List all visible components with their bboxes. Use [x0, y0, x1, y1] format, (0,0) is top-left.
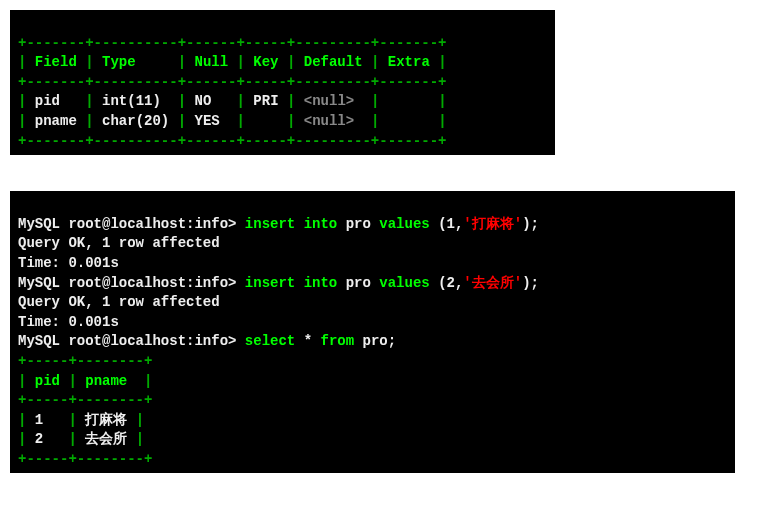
query-ok: Query OK, 1 row affected — [18, 235, 220, 251]
prompt: MySQL root@localhost:info> — [18, 275, 236, 291]
sql-args: (1, — [438, 216, 463, 232]
sql-keyword: insert into — [245, 275, 337, 291]
sql-star: * — [304, 333, 312, 349]
col-default: Default — [304, 54, 363, 70]
prompt: MySQL root@localhost:info> — [18, 216, 236, 232]
cell-pname: 去会所 — [85, 431, 127, 447]
table-border: +-----+--------+ — [18, 451, 152, 467]
cell-type: char(20) — [102, 113, 169, 129]
sql-keyword: from — [320, 333, 354, 349]
cell-type: int(11) — [102, 93, 161, 109]
col-extra: Extra — [388, 54, 430, 70]
cell-default: <null> — [304, 93, 354, 109]
cell-pid: 1 — [35, 412, 43, 428]
cell-pid: 2 — [35, 431, 43, 447]
sql-string: '打麻将' — [463, 216, 522, 232]
query-time: Time: 0.001s — [18, 255, 119, 271]
sql-table: pro; — [363, 333, 397, 349]
table-border: +-------+----------+------+-----+-------… — [18, 35, 446, 51]
cell-null: NO — [195, 93, 212, 109]
sql-end: ); — [522, 275, 539, 291]
cell-field: pname — [35, 113, 77, 129]
table-border: +-------+----------+------+-----+-------… — [18, 74, 446, 90]
query-time: Time: 0.001s — [18, 314, 119, 330]
sql-keyword: insert into — [245, 216, 337, 232]
col-null: Null — [194, 54, 228, 70]
sql-keyword: values — [379, 275, 429, 291]
query-ok: Query OK, 1 row affected — [18, 294, 220, 310]
col-type: Type — [102, 54, 136, 70]
mysql-session: MySQL root@localhost:info> insert into p… — [10, 191, 735, 473]
cell-default: <null> — [304, 113, 354, 129]
col-field: Field — [35, 54, 77, 70]
sql-string: '去会所' — [463, 275, 522, 291]
cell-field: pid — [35, 93, 60, 109]
prompt: MySQL root@localhost:info> — [18, 333, 236, 349]
sql-args: (2, — [438, 275, 463, 291]
cell-pname: 打麻将 — [85, 412, 127, 428]
cell-null: YES — [194, 113, 219, 129]
sql-table: pro — [346, 275, 371, 291]
sql-keyword: values — [379, 216, 429, 232]
col-pid: pid — [35, 373, 60, 389]
table-border: +-------+----------+------+-----+-------… — [18, 133, 446, 149]
col-key: Key — [253, 54, 278, 70]
sql-keyword: select — [245, 333, 295, 349]
table-border: +-----+--------+ — [18, 392, 152, 408]
col-pname: pname — [85, 373, 127, 389]
cell-key: PRI — [253, 93, 278, 109]
sql-table: pro — [346, 216, 371, 232]
table-border: +-----+--------+ — [18, 353, 152, 369]
sql-end: ); — [522, 216, 539, 232]
describe-table-output: +-------+----------+------+-----+-------… — [10, 10, 555, 155]
